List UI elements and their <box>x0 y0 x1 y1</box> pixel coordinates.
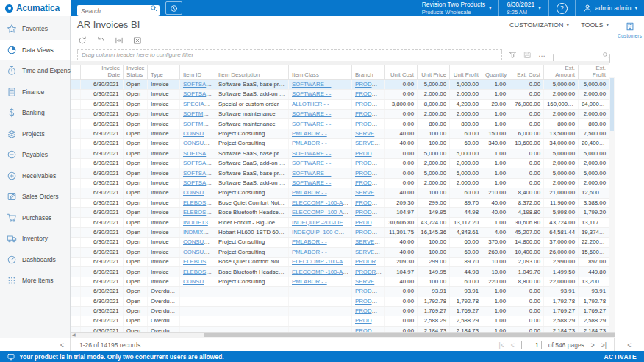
grid-row[interactable]: 6/30/2021OpenInvoiceSOFTSAAS2Software Sa… <box>71 178 609 188</box>
item_class-link[interactable]: PMLABOR - - <box>292 278 327 285</box>
grid-row[interactable]: 6/30/2021OpenInvoiceSOFTSAAS1Software Sa… <box>71 79 609 89</box>
item_id-link[interactable]: INDLIFT3 <box>183 219 208 226</box>
sidebar-more-button[interactable]: ... <box>6 341 12 349</box>
branch-link[interactable]: PRODWHOLE <box>355 219 385 226</box>
sidebar-collapse-button[interactable]: < <box>60 341 64 349</box>
sidebar-item-data-views[interactable]: Data Views <box>0 40 70 61</box>
grid-row[interactable]: 6/30/2021OpenInvoiceSPECIALO...Special o… <box>71 99 609 109</box>
column-header-unit_price[interactable]: Unit Price <box>418 61 450 79</box>
grid-row[interactable]: 6/30/2021OpenOverdue C...PRODWHOLE0.002,… <box>71 316 609 326</box>
item_class-link[interactable]: ALLOTHER - - <box>292 101 329 107</box>
prev-page-button[interactable]: < <box>511 341 515 349</box>
grid-row[interactable]: 6/30/2021OpenInvoiceELEBOSE2Bose Bluetoo… <box>71 267 609 277</box>
global-search-input[interactable] <box>77 5 160 16</box>
branch-link[interactable]: SERVEAST <box>355 130 385 137</box>
grid-row[interactable]: 6/30/2021OpenInvoiceCONSULTI...Project C… <box>71 188 609 198</box>
column-header-quantity[interactable]: Quantity <box>482 61 509 79</box>
item_id-link[interactable]: ELEBOSE1 <box>183 258 213 265</box>
column-header-branch[interactable]: Branch <box>352 61 385 79</box>
user-menu[interactable]: admin admin ▾ <box>583 4 637 13</box>
sidebar-item-time-and-expenses[interactable]: Time and Expenses <box>0 60 70 82</box>
item_class-link[interactable]: SOFTWARE - - <box>292 160 331 166</box>
branch-link[interactable]: PRODRETAIL <box>355 269 385 275</box>
item_id-link[interactable]: CONSULTI... <box>183 140 215 146</box>
column-header-invoice_date[interactable]: Invoice Date <box>90 61 124 79</box>
filter-settings-button[interactable] <box>509 51 517 59</box>
item_id-link[interactable]: CONSULTI... <box>183 130 215 137</box>
grid-row[interactable]: 6/30/2021OpenOverdue C...PRODWHOLE0.001,… <box>71 297 609 306</box>
branch-link[interactable]: PRODRETAIL <box>355 258 385 265</box>
sidebar-item-favorites[interactable]: Favorites <box>0 18 70 40</box>
horizontal-scrollbar[interactable]: ◀ <box>71 332 615 338</box>
column-header-unit_cost[interactable]: Unit Cost <box>385 61 418 79</box>
item_class-link[interactable]: ELECCOMP -100-AUDIO <box>292 258 352 265</box>
item_id-link[interactable]: SOFTSAAS1 <box>183 150 215 157</box>
grid-row[interactable]: 6/30/2021OpenInvoiceELEBOSE2Bose Bluetoo… <box>71 207 609 217</box>
item_id-link[interactable]: CONSULTI... <box>183 189 215 196</box>
branch-link[interactable]: PRODWHOLE <box>355 90 385 97</box>
sidebar-item-more-items[interactable]: More Items <box>0 270 70 291</box>
item_class-link[interactable]: SOFTWARE - - <box>292 170 331 177</box>
branch-link[interactable]: SERVEAST <box>355 140 385 146</box>
item_class-link[interactable]: ELECCOMP -100-AUDIO <box>292 199 352 206</box>
side-panel-expand-button[interactable]: < <box>627 341 631 349</box>
vertical-scrollbar-thumb[interactable] <box>610 78 614 131</box>
export-excel-button[interactable] <box>133 36 142 45</box>
item_class-link[interactable]: SOFTWARE - - <box>292 121 331 127</box>
grid-row[interactable]: 6/30/2021OpenOverdue C...PRODWHOLE0.0093… <box>71 287 609 297</box>
save-filter-button[interactable] <box>523 51 532 59</box>
grid-row[interactable]: 6/30/2021OpenOverdue C...PRODWHOLE0.002,… <box>71 326 609 332</box>
customers-panel-label[interactable]: Customers <box>618 33 642 38</box>
item_class-link[interactable]: ELECCOMP -100-AUDIO <box>292 269 352 275</box>
more-options-button[interactable]: … <box>538 52 546 57</box>
item_class-link[interactable]: SOFTWARE - - <box>292 150 331 157</box>
sidebar-item-dashboards[interactable]: Dashboards <box>0 249 70 271</box>
item_id-link[interactable]: SOFTSAAS2 <box>183 160 215 166</box>
grid-row[interactable]: 6/30/2021OpenInvoiceSOFTMAINTSoftware ma… <box>71 119 609 129</box>
grid-row[interactable]: 6/30/2021OpenInvoiceCONSULTI...Project C… <box>71 247 609 257</box>
column-header-item_description[interactable]: Item Description <box>215 61 289 79</box>
company-branch-selector[interactable]: Revision Two Products Products Wholesale… <box>422 1 492 15</box>
fit-width-button[interactable] <box>115 36 124 45</box>
column-header-type[interactable]: Type <box>148 61 180 79</box>
last-page-button[interactable]: >| <box>601 341 607 349</box>
customers-panel-icon[interactable] <box>625 21 635 32</box>
item_id-link[interactable]: SOFTSAAS1 <box>183 170 215 177</box>
column-header-item_id[interactable]: Item ID <box>180 61 215 79</box>
branch-link[interactable]: PRODWHOLE <box>355 298 385 305</box>
branch-link[interactable]: PRODWHOLE <box>355 199 385 206</box>
help-button[interactable]: ? <box>557 3 568 14</box>
item_id-link[interactable]: ELEBOSE1 <box>183 199 213 206</box>
item_id-link[interactable]: SOFTSAAS2 <box>183 90 215 97</box>
business-date-selector[interactable]: 6/30/2021 8:25 AM ▾ <box>507 1 540 15</box>
sidebar-item-inventory[interactable]: Inventory <box>0 228 70 249</box>
grid-row[interactable]: 6/30/2021OpenInvoiceSOFTSAAS2Software Sa… <box>71 90 609 99</box>
item_id-link[interactable]: SOFTSAAS2 <box>183 180 215 186</box>
branch-link[interactable]: PRODWHOLE <box>355 288 385 294</box>
branch-link[interactable]: SERVEAST <box>355 278 385 285</box>
vertical-scrollbar[interactable] <box>609 77 615 332</box>
item_id-link[interactable]: ELEBOSE2 <box>183 269 213 275</box>
branch-link[interactable]: SERVEAST <box>355 249 385 255</box>
column-header-ext_amount[interactable]: Ext. Amount <box>544 61 579 79</box>
sidebar-item-projects[interactable]: Projects <box>0 124 70 145</box>
item_id-link[interactable]: ELEBOSE2 <box>183 209 213 216</box>
first-page-button[interactable]: |< <box>499 341 504 349</box>
branch-link[interactable]: PRODWHOLE <box>355 317 385 324</box>
item_id-link[interactable]: CONSULTI... <box>183 278 215 285</box>
item_id-link[interactable]: CONSULTI... <box>183 238 215 245</box>
grid-row[interactable]: 6/30/2021OpenInvoiceSOFTSAAS2Software Sa… <box>71 159 609 168</box>
grid-row[interactable]: 6/30/2021OpenInvoiceELEBOSE1Bose Quiet C… <box>71 257 609 266</box>
column-header-unit_profit[interactable]: Unit Profit <box>450 61 482 79</box>
branch-link[interactable]: PRODWHOLE <box>355 101 385 107</box>
sidebar-item-sales-orders[interactable]: Sales Orders <box>0 186 70 207</box>
grid-row[interactable]: 6/30/2021OpenInvoiceCONSULTI...Project C… <box>71 139 609 149</box>
branch-link[interactable]: PRODWHOLE <box>355 229 385 235</box>
filter-drag-zone[interactable]: Drag column header here to configure fil… <box>77 49 502 60</box>
item_class-link[interactable]: INDEQUIP -200-LIFTS <box>292 219 350 226</box>
branch-link[interactable]: PRODWHOLE <box>355 160 385 166</box>
column-header-ext_cost[interactable]: Ext. Cost <box>509 61 544 79</box>
item_id-link[interactable]: CONSULTI... <box>183 249 215 255</box>
branch-link[interactable]: PRODWHOLE <box>355 170 385 177</box>
branch-link[interactable]: SERVEAST <box>355 238 385 245</box>
